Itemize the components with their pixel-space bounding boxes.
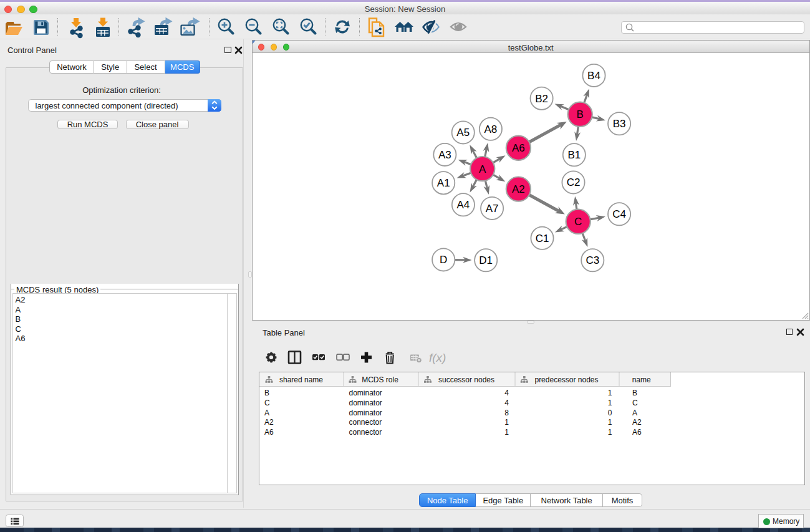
svg-text:A3: A3	[438, 149, 451, 161]
svg-text:B1: B1	[567, 149, 581, 161]
svg-text:successor nodes: successor nodes	[438, 375, 494, 384]
svg-text:dominator: dominator	[349, 389, 382, 397]
svg-text:f(x): f(x)	[429, 351, 446, 364]
svg-text:A1: A1	[436, 177, 450, 189]
svg-text:1: 1	[608, 418, 612, 427]
svg-text:MCDS role: MCDS role	[362, 375, 398, 384]
svg-text:1: 1	[608, 389, 612, 397]
svg-text:B: B	[576, 109, 583, 120]
svg-text:A7: A7	[485, 203, 498, 215]
svg-text:D: D	[440, 254, 447, 266]
svg-text:A: A	[479, 163, 486, 175]
svg-text:1: 1	[504, 428, 509, 437]
svg-text:connector: connector	[349, 418, 382, 427]
svg-text:A6: A6	[264, 428, 274, 437]
svg-text:B3: B3	[612, 118, 625, 130]
svg-text:1: 1	[504, 418, 509, 427]
svg-text:C: C	[574, 216, 582, 228]
svg-text:A4: A4	[456, 199, 470, 211]
svg-text:B: B	[264, 389, 269, 397]
svg-text:C4: C4	[612, 208, 626, 220]
svg-text:predecessor nodes: predecessor nodes	[534, 375, 598, 384]
svg-text:8: 8	[504, 409, 509, 417]
svg-text:A2: A2	[632, 418, 642, 427]
svg-text:A8: A8	[484, 123, 497, 135]
svg-text:D1: D1	[479, 254, 493, 266]
svg-text:C: C	[632, 399, 638, 407]
svg-text:A: A	[632, 409, 637, 417]
svg-text:shared name: shared name	[279, 375, 323, 384]
svg-text:A6: A6	[512, 142, 525, 154]
svg-text:B2: B2	[535, 93, 548, 105]
svg-text:1: 1	[608, 428, 612, 437]
svg-text:A5: A5	[456, 127, 470, 139]
svg-text:C2: C2	[566, 177, 580, 189]
svg-text:A2: A2	[512, 183, 525, 195]
svg-text:4: 4	[504, 399, 509, 407]
svg-text:C1: C1	[535, 233, 549, 244]
svg-text:0: 0	[608, 409, 612, 417]
svg-text:A6: A6	[632, 428, 642, 437]
svg-text:dominator: dominator	[349, 399, 382, 407]
svg-text:B: B	[632, 389, 637, 397]
svg-text:A2: A2	[264, 418, 274, 427]
svg-text:name: name	[632, 375, 651, 384]
svg-text:4: 4	[504, 389, 509, 397]
svg-text:C3: C3	[586, 254, 599, 266]
svg-text:connector: connector	[349, 428, 382, 437]
svg-text:A: A	[264, 409, 269, 417]
svg-text:C: C	[264, 399, 270, 407]
svg-text:1: 1	[608, 399, 612, 407]
svg-text:B4: B4	[587, 70, 600, 82]
svg-text:dominator: dominator	[349, 409, 382, 417]
